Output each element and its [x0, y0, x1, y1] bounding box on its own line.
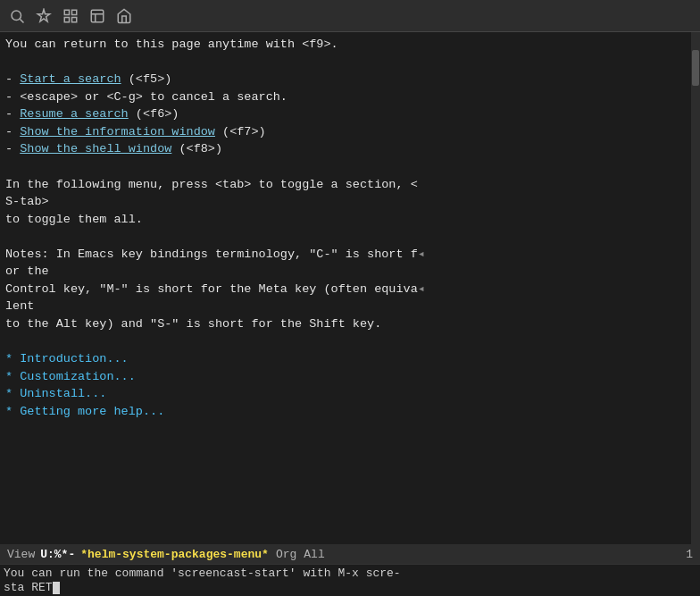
svg-point-0: [12, 11, 21, 21]
line-notes-5: to the Alt key) and "S-" is short for th…: [5, 315, 686, 333]
find-icon[interactable]: [61, 6, 80, 26]
svg-rect-3: [72, 10, 77, 14]
info-window-link[interactable]: Show the information window: [20, 125, 215, 139]
line-toggle-all: to toggle them all.: [5, 211, 686, 229]
line-start-search: - Start a search (<f5>): [5, 71, 686, 88]
line-empty-4: [5, 333, 686, 351]
line-notes-3: Control key, "M-" is short for the Meta …: [5, 281, 686, 298]
svg-rect-4: [64, 17, 69, 21]
status-mode: U:%*-: [38, 548, 77, 561]
resume-search-link[interactable]: Resume a search: [20, 107, 129, 121]
app-container: You can return to this page anytime with…: [0, 0, 700, 596]
line-escape: - <escape> or <C-g> to cancel a search.: [5, 88, 686, 106]
line-customization: * Customization...: [5, 368, 686, 386]
search-icon[interactable]: [7, 6, 27, 26]
line-shell-window: - Show the shell window (<f8>): [5, 140, 686, 158]
status-bar: View U:%*- *helm-system-packages-menu* O…: [0, 544, 700, 564]
line-uninstall: * Uninstall...: [5, 385, 686, 403]
line-notes-1: Notes: In Emacs key bindings terminology…: [5, 246, 686, 264]
line-1: You can return to this page anytime with…: [5, 36, 686, 54]
bookmark-icon[interactable]: [88, 6, 107, 26]
line-resume-search: - Resume a search (<f6>): [5, 105, 686, 123]
line-empty-3: [5, 228, 686, 246]
magic-icon[interactable]: [34, 6, 54, 26]
svg-rect-6: [91, 10, 104, 22]
home-icon[interactable]: [114, 6, 134, 26]
line-notes-2: or the: [5, 263, 686, 281]
main-content: You can return to this page anytime with…: [0, 32, 700, 544]
status-all: All: [300, 548, 328, 561]
minibuffer: You can run the command 'screencast-star…: [0, 564, 700, 596]
line-s-tab: S-tab>: [5, 193, 686, 211]
line-following-menu: In the following menu, press <tab> to to…: [5, 176, 686, 194]
line-introduction: * Introduction...: [5, 350, 686, 368]
svg-rect-2: [64, 10, 69, 14]
line-info-window: - Show the information window (<f7>): [5, 123, 686, 141]
line-empty-2: [5, 158, 686, 176]
status-num: 1: [682, 548, 696, 561]
shell-window-link[interactable]: Show the shell window: [20, 142, 171, 155]
minibuffer-line2: sta RET: [4, 581, 696, 594]
svg-rect-5: [72, 17, 77, 21]
line-notes-4: lent: [5, 298, 686, 315]
status-view: View: [4, 548, 38, 561]
cursor: [53, 582, 60, 594]
line-more-help: * Getting more help...: [5, 403, 686, 421]
svg-line-1: [20, 19, 23, 22]
scrollbar-thumb[interactable]: [692, 50, 699, 86]
status-org: Org: [272, 548, 300, 561]
text-area[interactable]: You can return to this page anytime with…: [0, 32, 691, 544]
toolbar: [0, 0, 700, 32]
scrollbar[interactable]: [691, 32, 700, 544]
line-2: [5, 54, 686, 71]
minibuffer-line1: You can run the command 'screencast-star…: [4, 567, 696, 580]
start-search-link[interactable]: Start a search: [20, 72, 121, 86]
status-buffer: *helm-system-packages-menu*: [77, 548, 272, 561]
